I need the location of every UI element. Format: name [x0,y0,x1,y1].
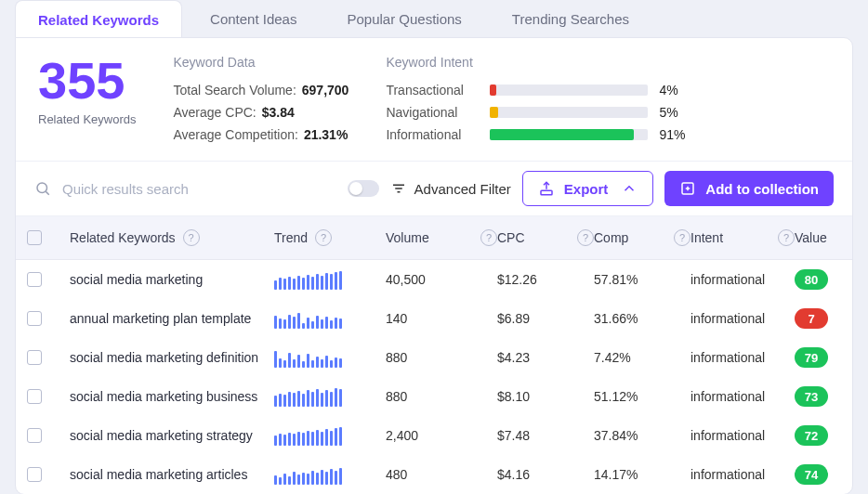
comp-cell: 37.84% [594,428,690,443]
table-row: social media marketing strategy 2,400 $7… [16,416,852,455]
svg-line-1 [46,191,48,194]
help-icon[interactable]: ? [577,229,594,246]
keyword-count-label: Related Keywords [38,112,137,126]
intent-pct: 5% [659,105,677,120]
count-block: 355 Related Keywords [38,55,137,150]
tab-content-ideas[interactable]: Content Ideas [188,0,319,37]
total-volume-label: Total Search Volume: [174,83,296,98]
avg-cpc-value: $3.84 [262,105,295,120]
export-icon [538,180,555,197]
trend-sparkline [274,464,386,485]
keyword-data-heading: Keyword Data [174,55,349,70]
cpc-cell: $6.89 [497,311,594,326]
help-icon[interactable]: ? [480,229,497,246]
keyword-cell[interactable]: social media marketing [70,272,274,287]
col-intent: Intent [690,230,723,245]
export-button[interactable]: Export [522,171,654,206]
cpc-cell: $12.26 [497,272,594,287]
keyword-intent: Keyword Intent Transactional 4% Navigati… [386,55,830,150]
total-volume-value: 697,700 [302,83,349,98]
row-checkbox[interactable] [27,311,42,326]
keyword-data: Keyword Data Total Search Volume:697,700… [174,55,349,150]
tab-trending-searches[interactable]: Trending Searches [490,0,651,37]
row-checkbox[interactable] [27,428,42,443]
intent-row: Transactional 4% [386,83,830,98]
cpc-cell: $4.16 [497,467,594,482]
avg-comp-value: 21.31% [304,127,348,142]
cpc-cell: $7.48 [497,428,594,443]
trend-sparkline [274,386,386,407]
svg-point-0 [37,183,47,193]
cpc-cell: $4.23 [497,350,594,365]
svg-rect-5 [541,190,552,195]
intent-row: Navigational 5% [386,105,830,120]
table-row: social media marketing 40,500 $12.26 57.… [16,260,852,299]
help-icon[interactable]: ? [183,229,200,246]
table-row: social media marketing articles 480 $4.1… [16,455,852,494]
trend-sparkline [274,269,386,290]
intent-cell: informational [690,389,795,404]
keyword-cell[interactable]: social media marketing strategy [70,428,274,443]
intent-label: Informational [386,127,479,142]
add-to-collection-button[interactable]: Add to collection [664,171,834,206]
intent-bar [490,84,648,96]
table-row: annual marketing plan template 140 $6.89… [16,299,852,338]
row-checkbox[interactable] [27,350,42,365]
help-icon[interactable]: ? [315,229,332,246]
help-icon[interactable]: ? [778,229,795,246]
value-pill: 73 [795,386,828,407]
main-panel: 355 Related Keywords Keyword Data Total … [15,37,853,494]
tab-popular-questions[interactable]: Popular Questions [324,0,483,37]
help-icon[interactable]: ? [674,229,690,246]
avg-cpc-label: Average CPC: [174,105,256,120]
add-collection-icon [679,180,696,197]
col-cpc: CPC [497,230,525,245]
volume-cell: 880 [386,389,497,404]
filter-icon [390,180,407,197]
keyword-intent-heading: Keyword Intent [386,55,830,70]
table-row: social media marketing business 880 $8.1… [16,377,852,416]
value-pill: 7 [795,308,828,329]
keyword-cell[interactable]: social media marketing articles [70,467,274,482]
value-pill: 72 [795,425,828,446]
toolbar: Advanced Filter Export Add to collection [16,161,852,216]
cpc-cell: $8.10 [497,389,594,404]
col-volume: Volume [386,230,429,245]
value-pill: 80 [795,269,828,290]
advanced-filter-label: Advanced Filter [414,181,511,197]
keyword-cell[interactable]: annual marketing plan template [70,311,274,326]
search-input[interactable] [62,181,336,197]
volume-cell: 140 [386,311,497,326]
search-icon [34,180,51,197]
advanced-filter-toggle[interactable] [348,180,379,197]
table-row: social media marketing definition 880 $4… [16,338,852,377]
row-checkbox[interactable] [27,389,42,404]
value-pill: 74 [795,464,828,485]
chevron-up-icon [621,180,638,197]
keyword-cell[interactable]: social media marketing business [70,389,274,404]
trend-sparkline [274,347,386,368]
intent-label: Transactional [386,83,479,98]
summary: 355 Related Keywords Keyword Data Total … [16,38,852,161]
comp-cell: 57.81% [594,272,690,287]
comp-cell: 14.17% [594,467,690,482]
select-all-checkbox[interactable] [27,230,42,245]
row-checkbox[interactable] [27,272,42,287]
trend-sparkline [274,425,386,446]
table-header: Related Keywords? Trend? Volume? CPC? Co… [16,216,852,260]
col-comp: Comp [594,230,628,245]
tab-related-keywords[interactable]: Related Keywords [15,0,182,37]
volume-cell: 40,500 [386,272,497,287]
keyword-cell[interactable]: social media marketing definition [70,350,274,365]
intent-cell: informational [690,311,795,326]
volume-cell: 2,400 [386,428,497,443]
row-checkbox[interactable] [27,467,42,482]
comp-cell: 7.42% [594,350,690,365]
table-body: social media marketing 40,500 $12.26 57.… [16,260,852,494]
col-value: Value [795,230,827,245]
advanced-filter-button[interactable]: Advanced Filter [390,180,511,197]
col-related: Related Keywords [70,230,176,245]
intent-cell: informational [690,272,795,287]
volume-cell: 880 [386,350,497,365]
intent-cell: informational [690,428,795,443]
